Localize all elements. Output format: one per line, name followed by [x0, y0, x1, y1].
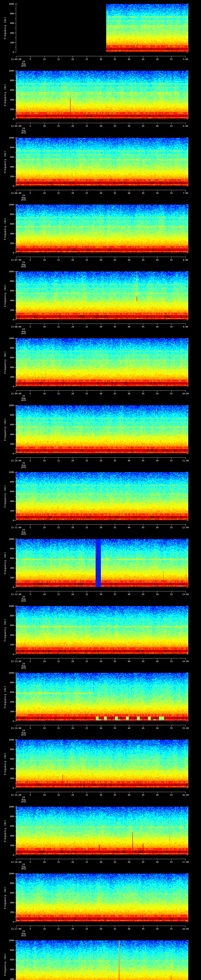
y-major-tick	[14, 71, 16, 71]
y-minor-tick	[15, 47, 16, 48]
x-tick	[171, 792, 172, 794]
x-axis-date-line: 2015	[21, 466, 26, 468]
x-tick-label: 30	[99, 527, 102, 528]
x-tick	[157, 725, 158, 727]
spectrogram-panel-13:04:00: Frequency (Hz)1000800600400200013:04:005…	[0, 0, 201, 67]
x-tick	[157, 257, 158, 258]
x-tick-label: 20	[71, 928, 74, 930]
y-minor-tick	[15, 964, 16, 965]
y-minor-tick	[15, 850, 16, 850]
y-tick-label: 1000	[7, 70, 14, 72]
y-tick-label: 800	[7, 13, 14, 15]
x-tick	[171, 458, 172, 459]
y-tick-label: 1000	[7, 471, 14, 473]
y-tick-label: 400	[7, 835, 14, 837]
x-axis-date-line: 2015	[21, 533, 26, 535]
y-major-tick	[14, 740, 16, 740]
x-tick-label: 55	[170, 928, 172, 930]
y-minor-tick	[15, 95, 16, 95]
y-axis-title: Frequency (Hz)	[4, 752, 6, 775]
y-major-tick	[14, 692, 16, 692]
spectrogram-panel-13:14:00: Frequency (Hz)1000800600400200013:14:005…	[0, 669, 201, 736]
y-tick-label: 0	[7, 319, 14, 321]
y-major-tick-right	[187, 453, 188, 454]
x-tick-label: 40	[128, 125, 130, 127]
x-tick-label: 30	[99, 259, 102, 261]
spectrogram-canvas-13:11:00	[16, 472, 188, 520]
y-major-tick	[14, 883, 16, 883]
spectrogram-panel-13:06:00: Frequency (Hz)1000800600400200013:06:005…	[0, 134, 201, 201]
x-axis-date-line: 2015	[21, 734, 26, 736]
spectrogram-panel-13:13:00: Frequency (Hz)1000800600400200013:13:005…	[0, 602, 201, 669]
x-tick-label: 40	[128, 460, 130, 462]
spectrogram-panel-13:15:00: Frequency (Hz)1000800600400200013:15:005…	[0, 736, 201, 803]
y-tick-label: 600	[7, 223, 14, 225]
y-tick-label: 0	[7, 720, 14, 722]
y-major-tick	[14, 147, 16, 148]
y-major-tick	[14, 138, 16, 138]
x-tick	[171, 926, 172, 927]
y-tick-label: 400	[7, 166, 14, 168]
x-tick-label: 10	[43, 460, 46, 462]
x-tick	[30, 725, 30, 727]
x-tick-label: 25	[85, 192, 88, 194]
y-tick-label: 800	[7, 146, 14, 149]
spectrogram-panel-13:12:00: Frequency (Hz)1000800600400200013:12:005…	[0, 535, 201, 602]
x-tick-label: 20	[71, 527, 74, 528]
y-major-tick	[14, 234, 16, 234]
y-minor-tick	[15, 573, 16, 573]
spectrogram-canvas-13:06:00	[16, 138, 188, 186]
spectrogram-canvas-13:12:00	[16, 539, 188, 587]
x-tick	[101, 792, 101, 794]
y-tick-label: 0	[7, 453, 14, 455]
y-tick-label: 800	[7, 347, 14, 349]
x-tick	[157, 190, 158, 191]
y-axis-title: Frequency (Hz)	[4, 284, 6, 307]
y-tick-label: 400	[7, 366, 14, 369]
x-axis-date-line: 2015	[21, 600, 26, 602]
y-minor-tick	[15, 840, 16, 841]
x-tick-label: 5	[30, 393, 31, 395]
x-tick-label: 50	[156, 460, 158, 462]
y-axis-title: Frequency (Hz)	[4, 351, 6, 374]
x-tick-label: 25	[85, 527, 88, 528]
y-tick-label: 400	[7, 299, 14, 302]
x-tick-label: 55	[170, 861, 172, 863]
x-tick	[16, 659, 16, 660]
x-tick-label: 5	[30, 125, 31, 127]
x-tick	[185, 659, 186, 660]
x-tick-label: 45	[142, 861, 144, 863]
y-major-tick	[14, 109, 16, 110]
y-tick-label: 1000	[7, 137, 14, 139]
y-major-tick	[14, 644, 16, 645]
y-tick-label: 1000	[7, 404, 14, 407]
y-major-tick	[14, 568, 16, 568]
y-tick-label: 600	[7, 89, 14, 91]
x-tick-label: 35	[113, 393, 116, 395]
x-tick-label: 25	[85, 660, 88, 662]
x-tick-label: 30	[99, 593, 102, 595]
x-tick-label: 30	[99, 460, 102, 462]
y-minor-tick	[15, 477, 16, 477]
x-tick	[157, 56, 158, 57]
x-tick-label: 45	[142, 727, 144, 729]
x-tick	[16, 324, 16, 325]
y-tick-label: 600	[7, 691, 14, 693]
x-tick-label: 40	[128, 593, 130, 595]
y-tick-label: 800	[7, 280, 14, 282]
x-end-time-label: 13:00	[182, 593, 189, 595]
x-tick-label: 35	[113, 259, 116, 261]
x-tick-label: 15	[57, 593, 60, 595]
y-major-tick	[14, 788, 16, 788]
x-tick-label: 25	[85, 727, 88, 729]
y-major-tick	[14, 950, 16, 950]
x-tick-label: 25	[85, 460, 88, 462]
spectrogram-canvas-13:10:00	[16, 405, 188, 453]
x-tick-label: 25	[85, 259, 88, 261]
x-tick	[101, 324, 101, 325]
x-tick	[16, 859, 16, 861]
y-major-tick	[14, 855, 16, 855]
x-tick-label: 30	[99, 794, 102, 796]
spectrogram-panel-13:18:00: Frequency (Hz)1000800600400200013:18:005…	[0, 937, 201, 980]
x-end-time-label: 5:00	[183, 58, 188, 60]
